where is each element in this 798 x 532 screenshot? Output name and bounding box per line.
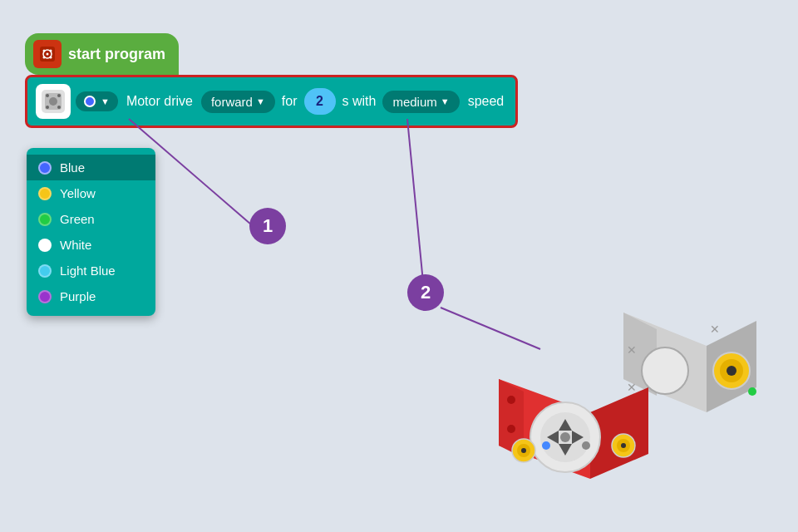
- svg-point-20: [642, 347, 688, 394]
- svg-point-8: [50, 57, 52, 59]
- svg-text:✕: ✕: [627, 381, 637, 394]
- start-program-block: start program: [25, 33, 179, 75]
- svg-point-13: [46, 94, 49, 97]
- color-label-blue: Blue: [60, 160, 85, 175]
- color-option-yellow[interactable]: Yellow: [27, 180, 155, 206]
- svg-point-48: [621, 443, 626, 448]
- direction-label: forward: [211, 95, 253, 109]
- for-text: for: [280, 94, 299, 109]
- svg-point-27: [727, 366, 736, 376]
- color-dot-yellow: [38, 187, 52, 200]
- robot-svg: ✕ ✕ ✕ ✕: [457, 246, 773, 520]
- callout-2: 2: [407, 274, 444, 311]
- color-label-purple: Purple: [60, 289, 96, 303]
- speed-label: medium: [392, 95, 436, 109]
- svg-point-5: [43, 50, 46, 52]
- number-input[interactable]: 2: [304, 88, 336, 115]
- color-option-green[interactable]: Green: [27, 206, 155, 232]
- color-dropdown-menu: Blue Yellow Green White Light Blue Purpl…: [27, 148, 155, 316]
- color-dot-purple: [38, 290, 52, 303]
- speed-arrow-icon: ▼: [441, 96, 450, 106]
- color-label-green: Green: [60, 212, 95, 226]
- speed-text: speed: [465, 94, 508, 109]
- color-label-lightblue: Light Blue: [60, 264, 116, 278]
- svg-point-45: [521, 448, 526, 453]
- svg-point-38: [560, 432, 570, 442]
- svg-text:✕: ✕: [627, 343, 637, 357]
- color-label-white: White: [60, 238, 91, 252]
- speed-dropdown[interactable]: medium ▼: [382, 91, 459, 113]
- motor-drive-text: Motor drive: [123, 94, 196, 109]
- svg-point-6: [50, 50, 52, 52]
- direction-dropdown[interactable]: forward ▼: [201, 91, 275, 113]
- direction-arrow-icon: ▼: [256, 96, 265, 106]
- color-option-blue[interactable]: Blue: [27, 155, 155, 180]
- callout-2-label: 2: [421, 282, 431, 303]
- s-with-text: s with: [341, 94, 378, 109]
- svg-point-14: [57, 94, 61, 97]
- start-icon: [33, 40, 62, 68]
- selected-color-dot: [84, 96, 96, 107]
- svg-point-9: [47, 53, 49, 56]
- svg-point-39: [507, 396, 515, 404]
- sensor-icon: [36, 84, 71, 119]
- svg-point-42: [582, 441, 590, 450]
- svg-point-16: [57, 106, 61, 109]
- color-dot-blue: [38, 161, 52, 175]
- svg-point-28: [748, 387, 756, 396]
- svg-point-41: [542, 441, 550, 450]
- motor-block: ▼ Motor drive forward ▼ for 2 s with med…: [25, 75, 518, 128]
- svg-line-1: [407, 119, 424, 291]
- callout-1: 1: [249, 208, 286, 244]
- svg-point-15: [46, 106, 49, 109]
- color-dot-lightblue: [38, 264, 52, 278]
- color-dot-green: [38, 213, 52, 226]
- color-option-lightblue[interactable]: Light Blue: [27, 258, 155, 283]
- robot-illustration: ✕ ✕ ✕ ✕: [457, 246, 773, 524]
- color-label-yellow: Yellow: [60, 186, 96, 200]
- svg-text:✕: ✕: [710, 323, 720, 336]
- color-selector[interactable]: ▼: [76, 91, 118, 111]
- svg-point-40: [507, 425, 515, 433]
- number-value: 2: [316, 94, 323, 109]
- dropdown-arrow-icon: ▼: [101, 96, 110, 106]
- svg-point-7: [43, 57, 46, 59]
- svg-point-12: [49, 97, 57, 106]
- start-label: start program: [68, 46, 165, 63]
- color-option-purple[interactable]: Purple: [27, 283, 155, 309]
- color-dot-white: [38, 239, 52, 252]
- canvas: start program ▼ Motor drive forward: [0, 0, 798, 532]
- callout-1-label: 1: [263, 215, 273, 237]
- color-option-white[interactable]: White: [27, 232, 155, 258]
